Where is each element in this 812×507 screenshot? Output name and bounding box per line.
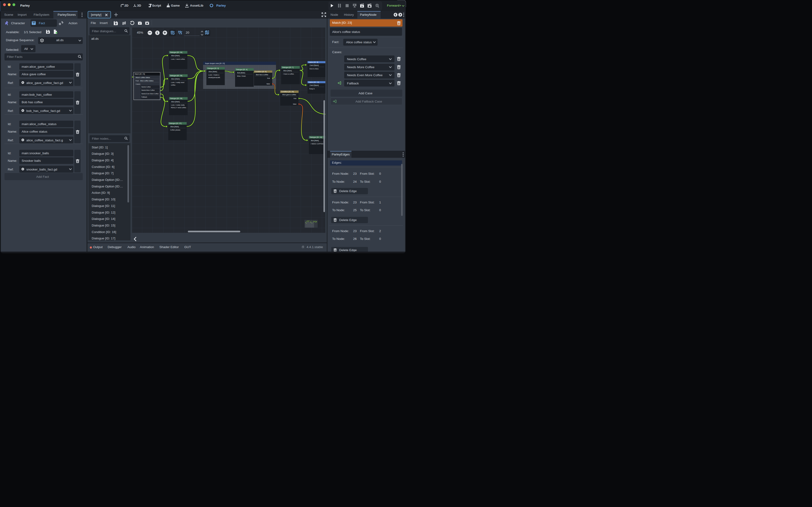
svg-text:?: ? [33, 22, 34, 25]
